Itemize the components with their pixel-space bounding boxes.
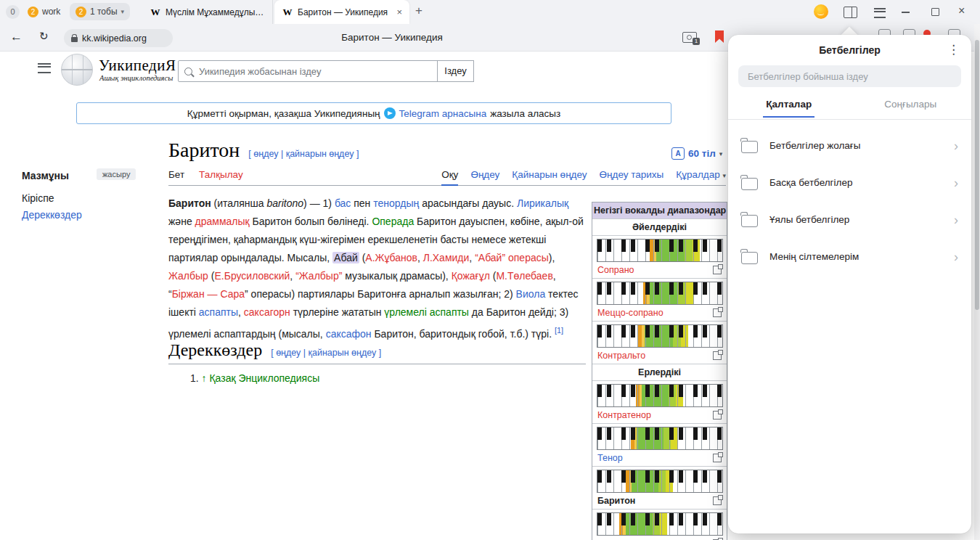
article-tab-өңдеу[interactable]: Өңдеу xyxy=(470,167,499,186)
wiki-link[interactable]: саксафон xyxy=(326,328,372,340)
infobox-body: ӘйелдердікіСопраноМеццо-сопраноКонтральт… xyxy=(592,218,727,540)
wiki-link[interactable]: “Абай” операсы xyxy=(475,252,549,263)
screenshot-icon[interactable]: 1 xyxy=(682,32,697,43)
wiki-link[interactable]: М.Төлебаев xyxy=(496,270,552,282)
folder-row[interactable]: Ұялы бетбелгілер› xyxy=(728,201,971,238)
wiki-link[interactable]: саксагорн xyxy=(244,306,290,318)
wiki-link[interactable]: Жалбыр xyxy=(168,270,208,282)
piano-range-image[interactable] xyxy=(597,427,723,450)
voice-range-cell: Баритон xyxy=(592,466,727,509)
wiki-link[interactable]: А.Жұбанов xyxy=(365,252,417,263)
black-keys xyxy=(597,513,722,525)
address-bar[interactable]: kk.wikipedia.org xyxy=(64,29,173,47)
wiki-link[interactable]: Біржан — Сара xyxy=(172,288,245,300)
bookmarks-search-input[interactable] xyxy=(746,70,953,83)
new-tab-button[interactable]: + xyxy=(415,4,422,18)
piano-range-image[interactable] xyxy=(597,512,723,536)
wikipedia-globe-logo[interactable] xyxy=(61,54,93,86)
piano-range-image[interactable] xyxy=(597,324,723,348)
tab-bariton-active[interactable]: W Баритон — Уикипедия × xyxy=(274,0,409,24)
wiki-link[interactable]: үрлемелі аспапты xyxy=(384,306,469,318)
article-tab-оқу[interactable]: Оқу xyxy=(441,167,458,186)
wiki-link[interactable]: Лирикалық xyxy=(517,197,568,209)
voice-link[interactable]: Баритон xyxy=(597,496,635,506)
bookmarks-panel-title: Бетбелгілер xyxy=(819,44,881,56)
text-run: Баритон, баритондық гобой, т.б.) түрі. xyxy=(372,328,555,340)
enlarge-icon[interactable] xyxy=(713,308,722,317)
wiki-link[interactable]: аспапты xyxy=(199,306,238,318)
folder-label: Бетбелгілер жолағы xyxy=(769,140,942,151)
wiki-link[interactable]: Л.Хамиди xyxy=(423,252,470,263)
article-tab-өңдеу-тарихы[interactable]: Өңдеу тарихы xyxy=(600,167,664,186)
toc-item-references[interactable]: Дереккөздер xyxy=(22,209,82,221)
bookmarks-search-box[interactable] xyxy=(738,65,961,87)
back-icon[interactable]: ← xyxy=(10,30,23,44)
wikipedia-wordmark[interactable]: УикипедиЯ xyxy=(99,57,176,75)
references-heading-row: Дереккөздер [ өңдеу | қайнарын өңдеу ] xyxy=(168,340,586,364)
article-tab-қайнарын-өңдеу[interactable]: Қайнарын өңдеу xyxy=(512,167,587,186)
voice-link[interactable]: Тенор xyxy=(597,453,623,463)
text-run: түрлеріне жататын xyxy=(290,306,385,318)
wiki-link[interactable]: Қожағұл xyxy=(452,270,490,282)
wiki-link[interactable]: Операда xyxy=(372,216,414,227)
tab-group-toby[interactable]: 2 1 тобы ▾ xyxy=(70,3,130,20)
window-minimize-button[interactable] xyxy=(902,12,910,13)
wiki-link[interactable]: драммалық xyxy=(195,216,250,227)
voice-link[interactable]: Сопрано xyxy=(597,265,634,275)
panel-menu-dots-icon[interactable]: ⋮ xyxy=(947,42,960,57)
toc-item-intro[interactable]: Кіріспе xyxy=(22,192,54,204)
reload-icon[interactable]: ↻ xyxy=(39,30,49,43)
wiki-link[interactable]: тенордың xyxy=(373,197,419,209)
wiki-search-box[interactable] xyxy=(178,60,438,82)
wiki-search-input[interactable] xyxy=(197,65,431,78)
voice-link[interactable]: Меццо-сопрано xyxy=(597,308,663,318)
tab-muslim[interactable]: W Мүслім Мұхаммедұлы Ма xyxy=(142,0,273,24)
wiki-link[interactable]: бас xyxy=(335,197,351,209)
wiki-search-button[interactable]: Іздеу xyxy=(437,60,474,82)
wiki-link[interactable]: Е.Брусиловский xyxy=(214,270,290,282)
tab-folders[interactable]: Қалталар xyxy=(728,94,850,119)
folder-row[interactable]: Басқа бетбелгілер› xyxy=(728,164,971,201)
backlink-arrow[interactable]: ↑ xyxy=(202,372,207,384)
folder-row[interactable]: Бетбелгілер жолағы› xyxy=(728,127,971,164)
folder-row[interactable]: Менің сілтемелерім› xyxy=(728,238,971,275)
telegram-link[interactable]: Telegram арнасына xyxy=(399,108,487,119)
tab-recent[interactable]: Соңғылары xyxy=(850,94,972,119)
bookmark-flag-icon[interactable] xyxy=(715,30,724,43)
browser-menu-icon[interactable] xyxy=(874,8,886,18)
language-selector-button[interactable]: A 60 тіл ▾ xyxy=(671,147,722,160)
article-tab-талқылау[interactable]: Талқылау xyxy=(199,167,243,183)
piano-range-image[interactable] xyxy=(597,282,723,305)
window-maximize-button[interactable] xyxy=(931,8,939,16)
reference-link[interactable]: Қазақ Энциклопедиясы xyxy=(209,372,319,384)
piano-range-image[interactable] xyxy=(597,470,723,493)
enlarge-icon[interactable] xyxy=(713,496,722,505)
close-tab-icon[interactable]: × xyxy=(396,7,402,17)
window-close-button[interactable]: × xyxy=(958,4,965,17)
enlarge-icon[interactable] xyxy=(713,454,722,462)
article-tab-бет[interactable]: Бет xyxy=(168,167,184,183)
voice-link[interactable]: Контратенор xyxy=(597,410,651,420)
page-scrollbar-thumb[interactable] xyxy=(975,40,979,310)
voice-link[interactable]: Контральто xyxy=(597,351,645,361)
enlarge-icon[interactable] xyxy=(713,266,722,274)
wiki-link[interactable]: Абай xyxy=(332,252,359,263)
banner-text: Құрметті оқырман, қазақша Уикипедияның xyxy=(187,108,380,119)
article-tab-құралдар[interactable]: Құралдар ▾ xyxy=(676,167,726,186)
side-panels-icon[interactable] xyxy=(844,7,857,18)
assistant-icon[interactable] xyxy=(814,4,828,19)
piano-range-image[interactable] xyxy=(597,384,723,407)
enlarge-icon[interactable] xyxy=(713,351,722,360)
tab-group-zero[interactable]: 0 xyxy=(6,5,20,19)
title-edit-links[interactable]: [ өңдеу | қайнарын өңдеу ] xyxy=(248,149,359,159)
enlarge-icon[interactable] xyxy=(713,411,722,420)
section-edit-links[interactable]: [ өңдеу | қайнарын өңдеу ] xyxy=(271,348,381,358)
wiki-link[interactable]: [1] xyxy=(555,326,563,335)
wiki-menu-icon[interactable] xyxy=(38,63,51,73)
piano-range-image[interactable] xyxy=(597,239,723,262)
wiki-link[interactable]: “Жалбыр” xyxy=(295,270,342,282)
wiki-link[interactable]: Виола xyxy=(516,288,546,300)
toc-hide-button[interactable]: жасыру xyxy=(97,168,136,180)
tab-group-work[interactable]: 2 work xyxy=(22,3,66,20)
url-text: kk.wikipedia.org xyxy=(82,33,147,44)
